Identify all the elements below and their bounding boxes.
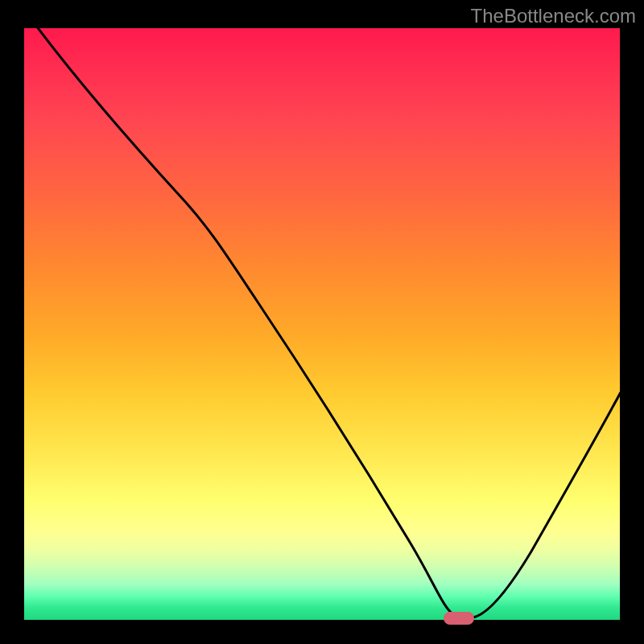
- bottleneck-curve: [24, 28, 620, 620]
- plot-area: [24, 28, 620, 620]
- optimal-marker: [444, 612, 474, 625]
- watermark-text: TheBottleneck.com: [471, 5, 636, 27]
